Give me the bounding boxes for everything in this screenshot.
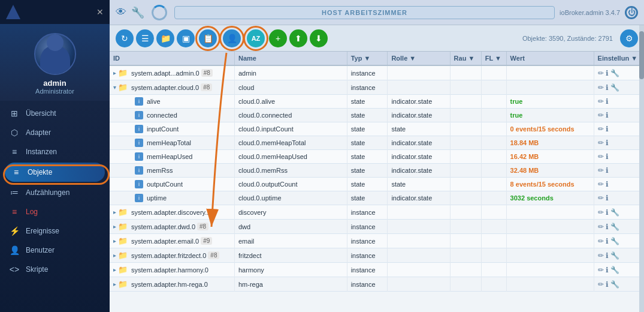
cell-name: email bbox=[234, 234, 347, 248]
edit-icon[interactable]: ✏ bbox=[598, 266, 604, 274]
cell-fl bbox=[481, 263, 506, 277]
info-icon[interactable]: ℹ bbox=[606, 152, 609, 161]
edit-icon[interactable]: ✏ bbox=[598, 251, 604, 260]
wert-value: true bbox=[510, 112, 523, 119]
info-icon[interactable]: ℹ bbox=[606, 125, 609, 133]
sidebar-item-ereignisse[interactable]: ⚡ Ereignisse bbox=[0, 221, 110, 241]
instance-badge: #8 bbox=[201, 83, 212, 91]
info-icon[interactable]: ℹ bbox=[606, 83, 609, 92]
settings-icon[interactable]: 🔧 bbox=[610, 69, 619, 77]
info-icon[interactable]: ℹ bbox=[606, 97, 609, 106]
person-button[interactable]: 👤 bbox=[223, 29, 241, 47]
settings-icon[interactable]: 🔧 bbox=[610, 280, 619, 289]
expand-arrow[interactable]: ▸ bbox=[113, 266, 116, 273]
expand-arrow[interactable]: ▸ bbox=[113, 223, 116, 230]
cell-role bbox=[388, 277, 450, 292]
sidebar-item-skripte[interactable]: <> Skripte bbox=[0, 260, 110, 279]
clipboard-button[interactable]: 📋 bbox=[199, 29, 217, 47]
download-button[interactable]: ⬇ bbox=[310, 29, 328, 47]
settings-gear-button[interactable]: ⚙ bbox=[620, 29, 638, 47]
cell-fl bbox=[481, 248, 506, 263]
info-icon[interactable]: ℹ bbox=[606, 280, 609, 289]
host-badge[interactable]: HOST ARBEITSZIMMER bbox=[174, 6, 555, 19]
cell-role: indicator.state bbox=[388, 136, 450, 150]
info-icon[interactable]: ℹ bbox=[606, 237, 609, 245]
info-icon[interactable]: ℹ bbox=[606, 194, 609, 202]
state-icon: i bbox=[135, 111, 143, 119]
sidebar-item-uebersicht[interactable]: ⊞ Übersicht bbox=[0, 104, 110, 123]
info-icon[interactable]: ℹ bbox=[606, 180, 609, 188]
wert-value: 32.48 MB bbox=[510, 167, 539, 174]
upload-button[interactable]: ⬆ bbox=[289, 29, 307, 47]
edit-icon[interactable]: ✏ bbox=[598, 125, 604, 133]
sidebar-item-label: Übersicht bbox=[26, 109, 56, 118]
power-button[interactable]: ⏻ bbox=[625, 6, 638, 19]
cell-id: ▸📁system.adapter.harmony.0 bbox=[110, 263, 234, 277]
sidebar-item-label: Instanzen bbox=[26, 148, 57, 156]
sidebar-item-instanzen[interactable]: ≡ Instanzen bbox=[0, 142, 110, 161]
az-button[interactable]: AZ bbox=[247, 29, 265, 47]
edit-icon[interactable]: ✏ bbox=[598, 152, 604, 161]
info-icon[interactable]: ℹ bbox=[606, 166, 609, 175]
edit-icon[interactable]: ✏ bbox=[598, 69, 604, 77]
col-header-raum[interactable]: Rau ▼ bbox=[450, 52, 481, 65]
expand-arrow[interactable]: ▸ bbox=[113, 209, 116, 215]
top-right-area: ioBroker.admin 3.4.7 ⏻ bbox=[560, 6, 638, 19]
wrench-icon[interactable]: 🔧 bbox=[131, 6, 144, 19]
info-icon[interactable]: ℹ bbox=[606, 208, 609, 217]
edit-icon[interactable]: ✏ bbox=[598, 139, 604, 147]
expand-arrow[interactable]: ▸ bbox=[113, 70, 116, 76]
scrollbar[interactable] bbox=[639, 25, 644, 312]
edit-icon[interactable]: ✏ bbox=[598, 97, 604, 106]
sidebar-item-benutzer[interactable]: 👤 Benutzer bbox=[0, 241, 110, 260]
cell-wert bbox=[506, 80, 594, 95]
scrollbar-thumb[interactable] bbox=[639, 31, 644, 79]
add-button[interactable]: + bbox=[269, 29, 287, 47]
edit-icon[interactable]: ✏ bbox=[598, 208, 604, 217]
edit-icon[interactable]: ✏ bbox=[598, 280, 604, 289]
refresh-button[interactable]: ↻ bbox=[116, 29, 134, 47]
settings-icon[interactable]: 🔧 bbox=[610, 251, 619, 260]
info-icon[interactable]: ℹ bbox=[606, 69, 609, 77]
edit-icon[interactable]: ✏ bbox=[598, 180, 604, 188]
edit-icon[interactable]: ✏ bbox=[598, 111, 604, 119]
eye-icon[interactable]: 👁 bbox=[116, 6, 126, 19]
expand-arrow[interactable]: ▸ bbox=[113, 281, 116, 287]
edit-icon[interactable]: ✏ bbox=[598, 223, 604, 231]
edit-icon[interactable]: ✏ bbox=[598, 166, 604, 175]
expand-arrow[interactable]: ▾ bbox=[113, 84, 116, 91]
cell-role: indicator.state bbox=[388, 109, 450, 122]
cell-wert bbox=[506, 220, 594, 234]
settings-icon[interactable]: 🔧 bbox=[610, 237, 619, 245]
edit-icon[interactable]: ✏ bbox=[598, 194, 604, 202]
sidebar-item-log[interactable]: ≡ Log bbox=[0, 202, 110, 221]
expand-arrow[interactable]: ▸ bbox=[113, 252, 116, 259]
col-header-role[interactable]: Rolle ▼ bbox=[388, 52, 450, 65]
info-icon[interactable]: ℹ bbox=[606, 111, 609, 119]
sidebar-item-adapter[interactable]: ⬡ Adapter bbox=[0, 123, 110, 142]
id-text: memHeapTotal bbox=[147, 139, 191, 146]
sidebar-item-objekte[interactable]: ≡ Objekte bbox=[5, 163, 105, 182]
info-icon[interactable]: ℹ bbox=[606, 139, 609, 147]
list-view-button[interactable]: ☰ bbox=[136, 29, 154, 47]
close-button[interactable]: ✕ bbox=[96, 7, 104, 17]
info-icon[interactable]: ℹ bbox=[606, 266, 609, 274]
settings-icon[interactable]: 🔧 bbox=[610, 208, 619, 217]
cell-type: state bbox=[347, 178, 388, 191]
col-header-type[interactable]: Typ ▼ bbox=[347, 52, 388, 65]
settings-icon[interactable]: 🔧 bbox=[610, 83, 619, 92]
col-header-fl[interactable]: FL ▼ bbox=[481, 52, 506, 65]
cell-type: instance bbox=[347, 234, 388, 248]
folder-button[interactable]: 📁 bbox=[156, 29, 174, 47]
info-icon[interactable]: ℹ bbox=[606, 223, 609, 231]
sidebar-item-aufzaehlungen[interactable]: ≔ Aufzählungen bbox=[0, 183, 110, 202]
col-header-einst[interactable]: Einstellun ▼ bbox=[594, 52, 643, 65]
edit-icon[interactable]: ✏ bbox=[598, 237, 604, 245]
window-button[interactable]: ▣ bbox=[177, 29, 195, 47]
table-row: iconnectedcloud.0.connectedstateindicato… bbox=[110, 109, 644, 122]
edit-icon[interactable]: ✏ bbox=[598, 83, 604, 92]
expand-arrow[interactable]: ▸ bbox=[113, 238, 116, 244]
info-icon[interactable]: ℹ bbox=[606, 251, 609, 260]
settings-icon[interactable]: 🔧 bbox=[610, 266, 619, 274]
settings-icon[interactable]: 🔧 bbox=[610, 223, 619, 231]
